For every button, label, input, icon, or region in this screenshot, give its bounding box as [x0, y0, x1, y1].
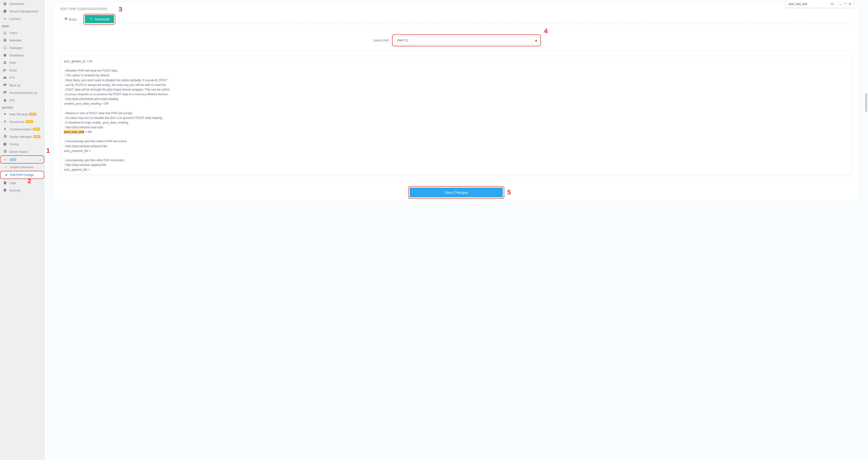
select-php-dropdown[interactable]: PHP 7.2 [394, 36, 539, 44]
flame-icon [3, 127, 7, 131]
find-prev-icon[interactable]: ︿ [838, 2, 843, 6]
sidebar-item-label: FTP [9, 76, 15, 79]
select-php-label: Select PHP [373, 39, 389, 42]
sidebar-item-dns[interactable]: DNS › [0, 59, 44, 66]
cloud-icon [3, 76, 7, 79]
sidebar-item-label: Containerization [9, 128, 31, 131]
users-icon [3, 31, 7, 35]
select-php-row: Select PHP PHP 7.2 ▴▾ 4 [60, 36, 852, 44]
scrollbar-thumb[interactable] [865, 93, 867, 112]
sidebar-item-dashboard[interactable]: Dashboard [0, 0, 44, 7]
new-badge: NEW [33, 128, 40, 131]
sidebar-item-docker-manager[interactable]: Docker Manager NEW › [0, 133, 44, 140]
sidebar-section-server: SERVER [0, 104, 44, 110]
callout-number-4: 4 [544, 27, 548, 35]
chevron-right-icon: › [41, 39, 42, 42]
sidebar-item-php[interactable]: PHP ⌄ [0, 155, 44, 164]
chevron-right-icon: › [41, 31, 42, 34]
chevron-right-icon: › [41, 120, 42, 123]
sidebar-item-databases[interactable]: Databases › [0, 52, 44, 59]
tab-basic-label: Basic [69, 18, 77, 21]
sidebar-item-label: Server Status [9, 150, 28, 154]
find-count: 1/1 [830, 2, 834, 6]
sidebar-item-label: Tuning [9, 142, 19, 146]
email-icon [3, 68, 7, 72]
sidebar-item-users[interactable]: Users › [0, 29, 44, 36]
chevron-right-icon: › [41, 143, 42, 145]
sidebar-item-ftp[interactable]: FTP › [0, 74, 44, 81]
chevron-right-icon: › [41, 128, 42, 131]
sidebar-item-label: Packages [9, 46, 23, 50]
sidebar-item-label: Back up [9, 84, 20, 87]
sidebar-item-label: Edit PHP Configs [10, 173, 34, 177]
sidebar-item-label: Version Management [9, 9, 38, 13]
search-highlight: post_max_size [64, 130, 84, 134]
chevron-right-icon: › [41, 46, 42, 49]
gears-icon [3, 135, 7, 138]
php-config-textarea[interactable]: auto_globals_jit = On ; Whether PHP will… [60, 56, 852, 175]
tabs: Basic Advanced 3 [60, 15, 852, 24]
sidebar-item-ssl[interactable]: SSL › [0, 96, 44, 104]
edit-php-panel: EDIT PHP CONFIGURATIONS Basic Advanced 3 [54, 2, 859, 202]
sidebar-item-packages[interactable]: Packages › [0, 44, 44, 52]
sidebar-item-containerization[interactable]: Containerization NEW › [0, 125, 44, 133]
chevron-right-icon: › [41, 84, 42, 87]
database-icon [3, 53, 7, 57]
sidebar-item-incremental-backup[interactable]: Incremental Back up › [0, 89, 44, 96]
sidebar-item-label: Install Extensions [10, 165, 33, 169]
sidebar-item-label: Security [9, 189, 20, 192]
gear-icon [64, 17, 67, 21]
package-icon [3, 46, 7, 50]
chevron-right-icon: › [41, 189, 42, 192]
sidebar-subitem-install-extensions[interactable]: Install Extensions [0, 164, 44, 171]
chevron-right-icon: › [41, 135, 42, 138]
sidebar-item-label: Websites [9, 39, 22, 42]
sidebar-item-web-terminal[interactable]: Web Terminal NEW › [0, 110, 44, 118]
sidebar-item-logs[interactable]: Logs › [0, 179, 44, 187]
sidebar-item-label: PHP [10, 158, 16, 161]
sidebar-item-websites[interactable]: Websites › [0, 36, 44, 44]
sidebar-item-label: Incremental Back up [9, 91, 37, 95]
find-close-icon[interactable]: ✕ [848, 2, 852, 6]
tab-basic[interactable]: Basic [60, 15, 81, 24]
new-badge: NEW [26, 120, 33, 123]
chevron-down-icon: ⌄ [39, 158, 41, 161]
sidebar-item-label: Databases [9, 54, 24, 57]
new-badge: NEW [29, 113, 36, 116]
find-term[interactable]: post_max_size [788, 2, 830, 6]
divider [60, 181, 852, 181]
chevron-right-icon: › [41, 150, 42, 153]
dns-icon [3, 61, 7, 65]
connect-icon [3, 17, 7, 21]
chevron-right-icon: › [41, 181, 42, 184]
sidebar: Dashboard Version Management Connect MAI… [0, 0, 44, 460]
chevron-right-icon: › [41, 54, 42, 57]
php-config-content: auto_globals_jit = On ; Whether PHP will… [64, 59, 848, 175]
new-badge: NEW [33, 135, 40, 138]
sidebar-item-version-management[interactable]: Version Management [0, 7, 44, 15]
sidebar-item-label: DNS [9, 61, 16, 65]
tab-advanced-label: Advanced [95, 17, 109, 21]
sidebar-item-server-status[interactable]: Server Status › 1 [0, 148, 44, 155]
sidebar-item-security[interactable]: Security › [0, 187, 44, 194]
panel-title: EDIT PHP CONFIGURATIONS [60, 7, 852, 11]
chevron-right-icon: › [41, 69, 42, 72]
sidebar-item-label: CloudLinux [9, 120, 25, 124]
sidebar-subitem-edit-php-configs[interactable]: Edit PHP Configs [0, 171, 44, 179]
chevron-right-icon: › [41, 91, 42, 94]
dashboard-icon [3, 2, 7, 6]
backup-icon [3, 91, 7, 95]
lock-icon [3, 98, 7, 102]
find-next-icon[interactable]: ﹀ [843, 2, 848, 6]
tab-advanced[interactable]: Advanced [85, 15, 114, 23]
bullet-icon [6, 174, 7, 176]
sidebar-item-label: Web Terminal [9, 112, 28, 116]
sidebar-item-tuning[interactable]: Tuning › [0, 140, 44, 148]
sidebar-item-backup[interactable]: Back up › [0, 81, 44, 89]
sidebar-item-connect[interactable]: Connect [0, 15, 44, 23]
sidebar-item-cloudlinux[interactable]: CloudLinux NEW › [0, 118, 44, 125]
sidebar-item-label: Connect [9, 17, 21, 21]
save-changes-button[interactable]: Save Changes [410, 188, 503, 197]
sidebar-item-email[interactable]: Email › [0, 66, 44, 74]
clock-icon [3, 142, 7, 146]
